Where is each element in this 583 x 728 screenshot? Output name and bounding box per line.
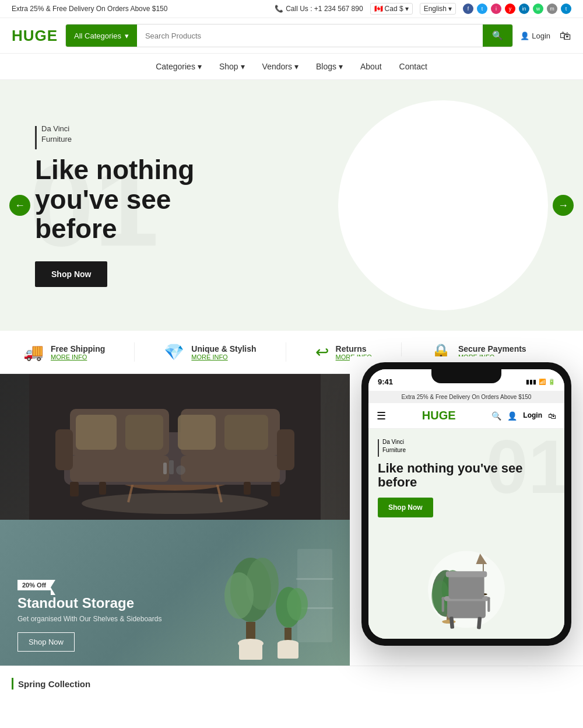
phone-notch (431, 369, 501, 383)
svg-rect-68 (447, 599, 486, 618)
svg-rect-77 (487, 597, 490, 611)
currency-selector[interactable]: 🇨🇦 Cad $ ▾ (370, 3, 413, 15)
header-actions: 👤 Login 🛍 (520, 29, 571, 43)
login-button[interactable]: 👤 Login (520, 32, 550, 40)
search-button[interactable]: 🔍 (483, 24, 512, 47)
nav-item-blogs[interactable]: Blogs ▾ (316, 62, 343, 71)
language-label: English (424, 5, 447, 13)
storage-title: Standout Storage (17, 595, 332, 611)
logo[interactable]: HUGE (12, 27, 58, 45)
storage-shop-now-button[interactable]: Shop Now (17, 632, 75, 652)
feature-payments-title: Secure Payments (458, 344, 526, 354)
svg-rect-31 (76, 415, 117, 450)
feature-shipping-more[interactable]: MORE INFO (51, 354, 105, 360)
svg-point-43 (176, 466, 185, 475)
phone-time: 9:41 (378, 377, 393, 386)
arrow-left-icon: ← (15, 200, 25, 212)
svg-rect-71 (446, 571, 487, 577)
svg-rect-39 (99, 482, 106, 495)
mail-icon[interactable]: m (547, 4, 557, 14)
nav-item-shop[interactable]: Shop ▾ (219, 62, 245, 71)
hamburger-icon[interactable]: ☰ (377, 410, 386, 422)
category-dropdown[interactable]: All Categories ▾ (66, 24, 137, 47)
search-icon: 🔍 (492, 30, 503, 40)
linkedin-icon[interactable]: in (519, 4, 529, 14)
phone-brand-name: Da VinciFurniture (382, 438, 406, 457)
phone-brand-bar (378, 439, 379, 457)
instagram-icon[interactable]: i (491, 4, 501, 14)
svg-rect-32 (125, 415, 163, 450)
discount-badge: 20% Off (17, 580, 51, 590)
nav-item-vendors[interactable]: Vendors ▾ (262, 62, 298, 71)
chevron-down-icon: ▾ (294, 62, 298, 71)
svg-rect-70 (448, 574, 484, 598)
phone-header-icons: 🔍 👤 Login 🛍 (491, 411, 556, 421)
hero-prev-button[interactable]: ← (9, 195, 30, 216)
chevron-down-icon: ▾ (405, 5, 409, 13)
telegram-icon[interactable]: t (561, 4, 571, 14)
nav-item-categories[interactable]: Categories ▾ (156, 62, 202, 71)
svg-rect-36 (277, 429, 294, 470)
svg-rect-40 (244, 482, 251, 495)
spring-collection: Spring Collection (0, 666, 583, 695)
chevron-down-icon: ▾ (241, 62, 245, 71)
phone-login-label[interactable]: Login (523, 411, 542, 421)
storage-banner: 20% Off Standout Storage Get organised W… (0, 520, 350, 666)
phone-header: ☰ HUGE 🔍 👤 Login 🛍 (368, 403, 564, 429)
phone-cart-icon[interactable]: 🛍 (548, 411, 556, 421)
twitter-icon[interactable]: t (477, 4, 487, 14)
hero-image (326, 112, 583, 299)
phone-mockup: 9:41 ▮▮▮ 📶 🔋 Extra 25% & Free Delivery O… (361, 362, 571, 646)
language-selector[interactable]: English ▾ (420, 3, 456, 15)
feature-returns-title: Returns (336, 344, 372, 354)
feature-stylish-more[interactable]: MORE INFO (191, 354, 256, 360)
sofa-image (0, 374, 350, 520)
svg-rect-30 (181, 456, 280, 482)
sofa-banner (0, 374, 350, 520)
youtube-icon[interactable]: y (505, 4, 515, 14)
phone-screen: 9:41 ▮▮▮ 📶 🔋 Extra 25% & Free Delivery O… (368, 369, 564, 639)
spring-label: Spring Collection (12, 678, 571, 690)
svg-rect-29 (70, 456, 169, 482)
hero-next-button[interactable]: → (553, 195, 574, 216)
content-grid: 20% Off Standout Storage Get organised W… (0, 374, 583, 666)
svg-rect-76 (442, 597, 444, 611)
chevron-down-icon: ▾ (125, 32, 129, 40)
phone-mockup-wrapper: 9:41 ▮▮▮ 📶 🔋 Extra 25% & Free Delivery O… (350, 356, 583, 666)
chevron-down-icon: ▾ (339, 62, 343, 71)
svg-point-65 (431, 580, 449, 612)
phone-user-icon[interactable]: 👤 (507, 411, 517, 421)
currency-label: Cad $ (385, 5, 403, 13)
svg-rect-42 (169, 460, 174, 474)
returns-icon: ↩ (315, 342, 329, 362)
storage-subtitle: Get organised With Our Shelves & Sideboa… (17, 615, 332, 623)
search-input[interactable] (137, 24, 483, 47)
battery-icon: 🔋 (548, 379, 555, 385)
svg-rect-41 (163, 463, 167, 474)
phone-chair-image (414, 545, 519, 639)
svg-rect-38 (271, 482, 280, 496)
login-label: Login (532, 32, 550, 40)
phone-hero-title: Like nothing you've see before (378, 461, 555, 489)
phone-shop-now-button[interactable]: Shop Now (378, 498, 433, 517)
flag-icon: 🇨🇦 (374, 5, 383, 13)
category-label: All Categories (74, 32, 121, 40)
cart-button[interactable]: 🛍 (560, 29, 571, 43)
social-links: f t i y in w m t (463, 4, 571, 14)
feature-stylish: 💎 Unique & Stylish MORE INFO (164, 342, 256, 362)
phone-logo[interactable]: HUGE (422, 409, 456, 422)
facebook-icon[interactable]: f (463, 4, 473, 14)
stylish-icon: 💎 (164, 342, 184, 362)
nav-item-contact[interactable]: Contact (399, 62, 427, 71)
phone-status-icons: ▮▮▮ 📶 🔋 (526, 379, 555, 385)
wifi-icon: 📶 (539, 379, 546, 385)
left-banners: 20% Off Standout Storage Get organised W… (0, 374, 350, 666)
svg-rect-34 (224, 415, 268, 450)
whatsapp-icon[interactable]: w (533, 4, 543, 14)
promo-label: Extra 25% & Free Delivery On Orders Abov… (12, 5, 167, 13)
svg-rect-37 (70, 482, 79, 496)
phone-icon: 📞 (275, 5, 283, 13)
phone-search-icon[interactable]: 🔍 (491, 411, 501, 421)
nav-item-about[interactable]: About (360, 62, 382, 71)
spring-bar (12, 678, 13, 690)
